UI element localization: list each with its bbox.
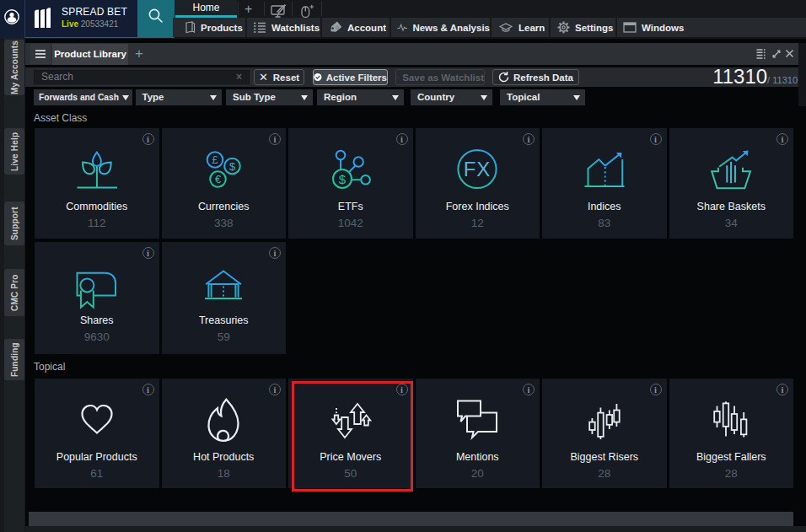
svg-text:FX: FX — [464, 158, 492, 180]
svg-text:$: $ — [339, 172, 347, 186]
svg-text:€: € — [215, 173, 222, 185]
svg-text:$: $ — [229, 160, 236, 173]
svg-text:£: £ — [212, 153, 219, 166]
